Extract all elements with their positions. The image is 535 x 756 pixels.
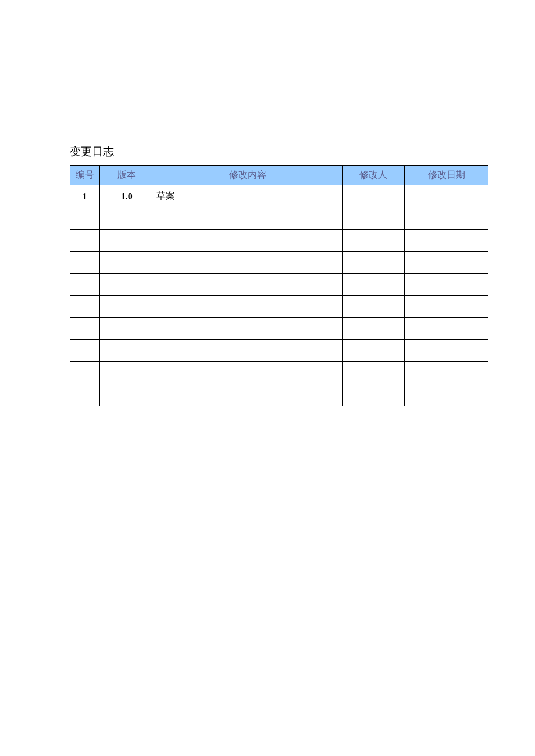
cell-date — [405, 230, 488, 252]
cell-version — [99, 207, 154, 230]
cell-id — [70, 296, 100, 318]
cell-date — [405, 207, 488, 230]
cell-content — [154, 384, 342, 406]
cell-date — [405, 274, 488, 296]
table-row: 1 1.0 草案 — [70, 185, 488, 207]
table-row — [70, 340, 488, 362]
cell-id — [70, 207, 100, 230]
section-title: 变更日志 — [70, 144, 488, 159]
cell-id — [70, 318, 100, 340]
cell-id — [70, 362, 100, 384]
table-body: 1 1.0 草案 — [70, 185, 488, 406]
cell-version — [99, 252, 154, 274]
cell-author — [342, 252, 404, 274]
cell-id — [70, 252, 100, 274]
table-row — [70, 318, 488, 340]
header-id: 编号 — [70, 166, 100, 185]
cell-version: 1.0 — [99, 185, 154, 207]
cell-content — [154, 252, 342, 274]
cell-version — [99, 318, 154, 340]
cell-id — [70, 384, 100, 406]
cell-id — [70, 340, 100, 362]
cell-content — [154, 340, 342, 362]
cell-author — [342, 230, 404, 252]
header-version: 版本 — [99, 166, 154, 185]
document-content: 变更日志 编号 版本 修改内容 修改人 修改日期 1 1.0 草案 — [70, 144, 488, 406]
cell-content — [154, 362, 342, 384]
cell-content — [154, 207, 342, 230]
cell-author — [342, 185, 404, 207]
cell-id — [70, 230, 100, 252]
cell-content — [154, 318, 342, 340]
table-header-row: 编号 版本 修改内容 修改人 修改日期 — [70, 166, 488, 185]
cell-author — [342, 362, 404, 384]
cell-version — [99, 340, 154, 362]
header-content: 修改内容 — [154, 166, 342, 185]
cell-date — [405, 252, 488, 274]
cell-date — [405, 384, 488, 406]
cell-version — [99, 362, 154, 384]
cell-author — [342, 340, 404, 362]
cell-author — [342, 384, 404, 406]
table-row — [70, 207, 488, 230]
cell-id: 1 — [70, 185, 100, 207]
cell-version — [99, 384, 154, 406]
table-row — [70, 296, 488, 318]
cell-date — [405, 318, 488, 340]
cell-content: 草案 — [154, 185, 342, 207]
cell-author — [342, 318, 404, 340]
table-row — [70, 230, 488, 252]
table-row — [70, 274, 488, 296]
cell-content — [154, 230, 342, 252]
cell-version — [99, 230, 154, 252]
table-row — [70, 384, 488, 406]
cell-date — [405, 296, 488, 318]
header-author: 修改人 — [342, 166, 404, 185]
cell-version — [99, 296, 154, 318]
cell-date — [405, 340, 488, 362]
cell-content — [154, 274, 342, 296]
cell-author — [342, 207, 404, 230]
table-row — [70, 362, 488, 384]
cell-author — [342, 274, 404, 296]
table-row — [70, 252, 488, 274]
header-date: 修改日期 — [405, 166, 488, 185]
changelog-table: 编号 版本 修改内容 修改人 修改日期 1 1.0 草案 — [70, 165, 488, 406]
cell-author — [342, 296, 404, 318]
cell-date — [405, 185, 488, 207]
cell-date — [405, 362, 488, 384]
cell-content — [154, 296, 342, 318]
cell-version — [99, 274, 154, 296]
cell-id — [70, 274, 100, 296]
